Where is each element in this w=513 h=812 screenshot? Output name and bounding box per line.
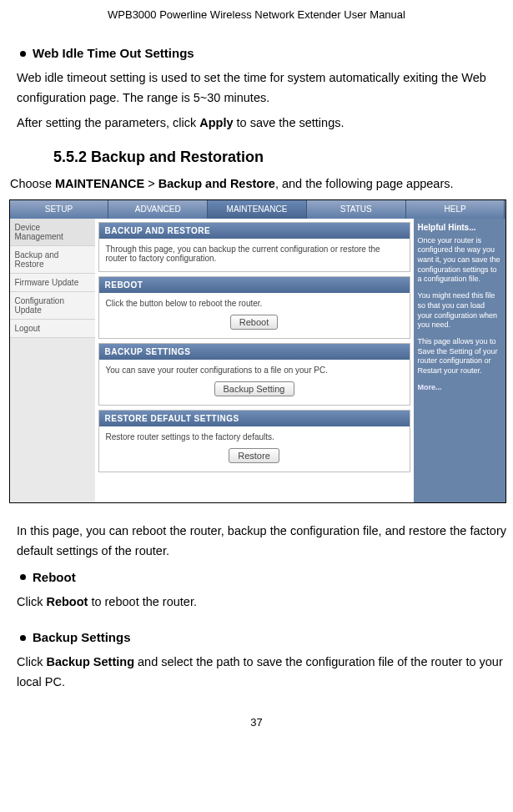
page-number: 37 bbox=[0, 716, 513, 729]
reboot-button[interactable]: Reboot bbox=[230, 315, 278, 330]
bullet-icon bbox=[20, 574, 26, 580]
router-sidebar: Device Management Backup and Restore Fir… bbox=[10, 219, 95, 502]
panel-title: BACKUP AND RESTORE bbox=[99, 223, 410, 239]
text-frag: Choose bbox=[10, 177, 55, 190]
tab-maintenance[interactable]: MAINTENANCE bbox=[208, 200, 307, 219]
heading-reboot: Reboot bbox=[20, 570, 506, 584]
backup-setting-word: Backup Setting bbox=[46, 655, 134, 668]
heading-text: Backup Settings bbox=[33, 630, 131, 644]
sidebar-item-device-management[interactable]: Device Management bbox=[10, 219, 95, 246]
tab-advanced[interactable]: ADVANCED bbox=[108, 200, 208, 219]
panel-text: Restore router settings to the factory d… bbox=[106, 432, 274, 441]
maintenance-word: MAINTENANCE bbox=[55, 177, 144, 190]
tab-status[interactable]: STATUS bbox=[307, 200, 406, 219]
hints-title: Helpful Hints... bbox=[418, 222, 501, 233]
doc-header: WPB3000 Powerline Wireless Network Exten… bbox=[0, 8, 513, 21]
heading-5-5-2: 5.5.2 Backup and Restoration bbox=[53, 149, 506, 166]
bullet-icon bbox=[20, 635, 26, 641]
panel-backup-settings: BACKUP SETTINGS You can save your router… bbox=[98, 343, 410, 406]
router-main: BACKUP AND RESTORE Through this page, yo… bbox=[95, 219, 414, 502]
tab-help[interactable]: HELP bbox=[406, 200, 505, 219]
text-frag: After setting the parameters, click bbox=[17, 116, 199, 129]
panel-backup-and-restore: BACKUP AND RESTORE Through this page, yo… bbox=[98, 222, 410, 272]
router-tabs: SETUP ADVANCED MAINTENANCE STATUS HELP bbox=[10, 200, 505, 219]
panel-body: Through this page, you can backup the cu… bbox=[99, 239, 410, 271]
heading-text: Reboot bbox=[33, 570, 76, 584]
panel-body: You can save your router configurations … bbox=[99, 360, 410, 405]
hints-paragraph: Once your router is configured the way y… bbox=[418, 236, 501, 285]
apply-word: Apply bbox=[199, 116, 233, 129]
text-frag: , and the following page appears. bbox=[275, 177, 454, 190]
heading-backup-settings: Backup Settings bbox=[20, 630, 506, 644]
text-frag: Click bbox=[17, 655, 46, 668]
hints-paragraph: You might need this file so that you can… bbox=[418, 291, 501, 330]
panel-reboot: REBOOT Click the button below to reboot … bbox=[98, 276, 410, 339]
backup-restore-word: Backup and Restore bbox=[158, 177, 275, 190]
heading-web-idle: Web Idle Time Out Settings bbox=[20, 46, 506, 60]
panel-body: Click the button below to reboot the rou… bbox=[99, 293, 410, 338]
hints-paragraph: This page allows you to Save the Setting… bbox=[418, 337, 501, 376]
sidebar-item-logout[interactable]: Logout bbox=[10, 320, 95, 338]
sidebar-item-backup-restore[interactable]: Backup and Restore bbox=[10, 246, 95, 274]
hints-more-link[interactable]: More... bbox=[418, 383, 501, 393]
text-frag: > bbox=[144, 177, 158, 190]
idle-paragraph-2: After setting the parameters, click Appl… bbox=[17, 113, 506, 134]
panel-title: BACKUP SETTINGS bbox=[99, 344, 410, 360]
choose-paragraph: Choose MAINTENANCE > Backup and Restore,… bbox=[10, 174, 506, 194]
text-frag: to reboot the router. bbox=[88, 595, 197, 608]
panel-body: Restore router settings to the factory d… bbox=[99, 426, 410, 472]
after-image-paragraph: In this page, you can reboot the router,… bbox=[17, 522, 506, 562]
sidebar-item-configuration-update[interactable]: Configuration Update bbox=[10, 292, 95, 320]
reboot-word: Reboot bbox=[46, 595, 88, 608]
panel-title: RESTORE DEFAULT SETTINGS bbox=[99, 411, 410, 426]
sidebar-item-firmware-update[interactable]: Firmware Update bbox=[10, 274, 95, 292]
tab-setup[interactable]: SETUP bbox=[10, 200, 109, 219]
panel-text: You can save your router configurations … bbox=[106, 366, 328, 375]
router-ui-screenshot: SETUP ADVANCED MAINTENANCE STATUS HELP D… bbox=[9, 199, 506, 503]
backup-settings-paragraph: Click Backup Setting and select the path… bbox=[17, 653, 506, 693]
helpful-hints-panel: Helpful Hints... Once your router is con… bbox=[414, 219, 505, 502]
panel-title: REBOOT bbox=[99, 277, 410, 293]
heading-text: Web Idle Time Out Settings bbox=[33, 46, 194, 60]
text-frag: to save the settings. bbox=[233, 116, 344, 129]
reboot-paragraph: Click Reboot to reboot the router. bbox=[17, 593, 506, 613]
panel-restore-default: RESTORE DEFAULT SETTINGS Restore router … bbox=[98, 410, 410, 472]
text-frag: Click bbox=[17, 595, 46, 608]
bullet-icon bbox=[20, 51, 26, 57]
idle-paragraph-1: Web idle timeout setting is used to set … bbox=[17, 68, 506, 108]
restore-button[interactable]: Restore bbox=[229, 448, 279, 463]
backup-setting-button[interactable]: Backup Setting bbox=[214, 381, 294, 396]
panel-text: Click the button below to reboot the rou… bbox=[106, 299, 263, 308]
